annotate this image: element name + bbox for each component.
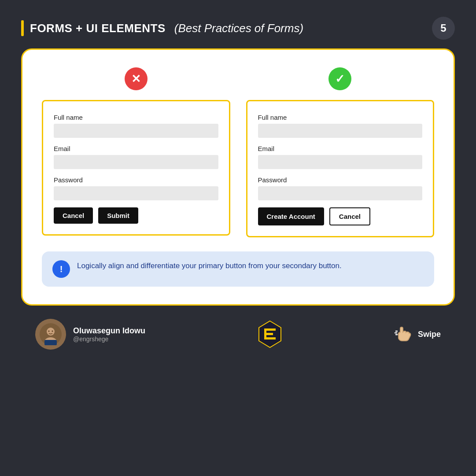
good-indicator-icon: ✓ (328, 67, 351, 90)
bad-cancel-button[interactable]: Cancel (54, 207, 93, 224)
good-email-label: Email (258, 145, 423, 152)
author-text: Oluwasegun Idowu @engrshege (73, 326, 145, 343)
svg-point-1 (47, 328, 55, 336)
page-number-badge: 5 (432, 17, 455, 40)
good-form-box: Full name Email Password Create Account … (246, 100, 435, 237)
good-password-label: Password (258, 176, 423, 184)
tip-box: ! Logically align and differentiate your… (42, 251, 434, 287)
good-cancel-button[interactable]: Cancel (329, 207, 370, 225)
swipe-label: Swipe (418, 330, 441, 339)
svg-point-3 (48, 331, 50, 332)
footer: Oluwasegun Idowu @engrshege (0, 306, 476, 350)
bad-email-label: Email (54, 145, 218, 152)
good-password-input[interactable] (258, 186, 423, 200)
author-info: Oluwasegun Idowu @engrshege (35, 319, 145, 350)
swipe-area: Swipe (394, 323, 441, 346)
good-fullname-input[interactable] (258, 124, 423, 138)
bad-fullname-input[interactable] (54, 124, 218, 138)
bad-fullname-label: Full name (54, 114, 218, 121)
swipe-hand-icon (394, 323, 413, 346)
bad-form-buttons: Cancel Submit (54, 207, 218, 224)
main-card: ✕ Full name Email Password Cancel Submit… (21, 48, 455, 306)
svg-rect-10 (264, 328, 266, 339)
bad-password-input[interactable] (54, 186, 218, 200)
header-left: FORMS + UI ELEMENTS (Best Practices of F… (21, 20, 303, 36)
page-header: FORMS + UI ELEMENTS (Best Practices of F… (0, 0, 476, 48)
header-subtitle: (Best Practices of Forms) (174, 22, 303, 35)
svg-rect-5 (44, 340, 57, 345)
bad-indicator-icon: ✕ (125, 67, 148, 90)
forms-row: ✕ Full name Email Password Cancel Submit… (42, 67, 434, 237)
svg-point-4 (52, 331, 53, 332)
create-account-button[interactable]: Create Account (258, 207, 324, 225)
brand-logo (255, 319, 285, 350)
tip-text: Logically align and differentiate your p… (77, 260, 342, 272)
bad-form-section: ✕ Full name Email Password Cancel Submit (42, 67, 230, 237)
good-form-buttons: Create Account Cancel (258, 207, 423, 225)
good-fullname-label: Full name (258, 114, 423, 121)
good-form-section: ✓ Full name Email Password Create Accoun… (246, 67, 435, 237)
author-name: Oluwasegun Idowu (73, 326, 145, 336)
tip-info-icon: ! (52, 260, 70, 278)
bad-password-label: Password (54, 176, 218, 184)
bad-form-box: Full name Email Password Cancel Submit (42, 100, 230, 236)
bad-email-input[interactable] (54, 155, 218, 169)
header-title: FORMS + UI ELEMENTS (30, 22, 166, 35)
bad-submit-button[interactable]: Submit (98, 207, 138, 224)
author-handle: @engrshege (73, 336, 145, 343)
header-accent-bar (21, 20, 24, 36)
good-email-input[interactable] (258, 155, 423, 169)
author-avatar (35, 319, 66, 350)
